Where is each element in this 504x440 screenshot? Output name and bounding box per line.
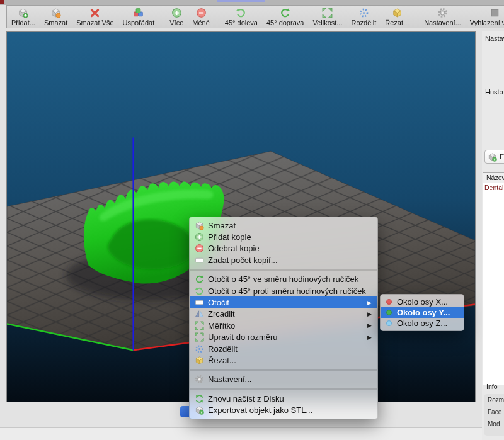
object-list-row[interactable]: Dental_ — [483, 183, 504, 192]
menu-item-label: Měřítko — [208, 321, 235, 330]
rotate-ccw-icon — [195, 286, 204, 296]
menu-item-add-copy[interactable]: Přidat kopie — [190, 231, 377, 242]
density-label: Husto — [485, 88, 503, 96]
window-close-fragment[interactable] — [0, 0, 4, 4]
toolbar-button-fewer[interactable]: Méně — [188, 6, 214, 28]
toolbar: Přidat... Smazat Smazat Vše Uspořádat Ví… — [6, 5, 504, 28]
menu-item-rotate-45-cw[interactable]: Otočit o 45° ve směru hodinových ručiček — [190, 274, 377, 285]
menu-separator — [190, 388, 377, 390]
menu-item-reload-from-disk[interactable]: Znovu načíst z Disku — [190, 393, 377, 404]
cut-icon — [195, 356, 204, 365]
toolbar-label: Rozdělit — [351, 19, 376, 26]
toolbar-button-more[interactable]: Více — [165, 6, 188, 28]
menu-separator — [190, 369, 377, 371]
cut-icon — [392, 8, 403, 18]
toolbar-button-scale[interactable]: Velikost... — [308, 6, 346, 28]
menu-item-label: Znovu načíst z Disku — [208, 394, 284, 403]
panel-export-button[interactable]: E — [484, 150, 504, 164]
toolbar-button-layer-smoothing[interactable]: Vyhlazení vrstev — [466, 6, 504, 28]
menu-item-label: Přidat kopie — [208, 232, 251, 242]
object-list-table[interactable]: Název Dental_ — [483, 172, 504, 385]
menu-item-label: Otočit o 45° proti směru hodinových ruči… — [208, 286, 366, 296]
export-box-icon — [488, 152, 497, 162]
menu-item-settings[interactable]: Nastavení... — [190, 374, 377, 385]
toolbar-button-cut[interactable]: Řezat... — [381, 6, 413, 28]
menu-item-label: Nastavení... — [208, 375, 251, 384]
rotate-left-icon — [236, 8, 246, 18]
scale-icon — [195, 321, 204, 330]
toolbar-label: Smazat Vše — [76, 19, 113, 26]
toolbar-label: Uspořádat — [123, 19, 155, 26]
arrange-icon — [133, 8, 144, 18]
add-object-icon — [18, 8, 28, 18]
toolbar-label: Řezat... — [385, 19, 409, 26]
submenu-item-around-y[interactable]: Okolo osy Y... — [381, 307, 464, 318]
menu-item-scale[interactable]: Měřítko ▶ — [190, 320, 377, 331]
delete-all-icon — [89, 8, 100, 18]
menu-item-label: Upravit do rozměru — [208, 332, 278, 342]
status-bar — [0, 427, 504, 440]
copies-count-icon — [195, 256, 204, 265]
toolbar-label: Více — [169, 19, 183, 26]
info-section-label: Info — [486, 383, 498, 390]
reload-icon — [195, 394, 204, 403]
toolbar-button-arrange[interactable]: Uspořádat — [118, 6, 159, 28]
toolbar-button-add[interactable]: Přidat... — [7, 6, 40, 28]
menu-item-label: Řezat... — [208, 356, 236, 365]
fewer-copies-icon — [196, 8, 207, 18]
remove-copy-icon — [195, 244, 204, 253]
rotate-cw-icon — [195, 274, 204, 284]
submenu-arrow-icon: ▶ — [367, 311, 372, 317]
info-row-facets: Face — [484, 406, 504, 418]
delete-object-icon — [50, 8, 61, 18]
menu-separator — [190, 269, 377, 271]
axis-y-dot-icon — [386, 310, 392, 315]
menu-item-label: Zrcadlit — [208, 309, 235, 319]
menu-item-label: Odebrat kopie — [208, 244, 260, 253]
rotate-icon — [195, 298, 204, 307]
toolbar-label: Přidat... — [11, 19, 35, 26]
toolbar-button-delete-all[interactable]: Smazat Vše — [72, 6, 118, 28]
menu-item-rotate-45-ccw[interactable]: Otočit o 45° proti směru hodinových ruči… — [190, 285, 377, 296]
toolbar-label: Nastavení... — [424, 19, 461, 26]
menu-item-split[interactable]: Rozdělit — [190, 343, 377, 354]
toolbar-button-settings[interactable]: Nastavení... — [420, 6, 466, 28]
menu-item-export-stl[interactable]: Exportovat objekt jako STL... — [190, 404, 377, 415]
delete-object-icon — [195, 221, 204, 230]
menu-item-remove-copy[interactable]: Odebrat kopie — [190, 243, 377, 254]
settings-gear-icon — [437, 8, 448, 18]
menu-item-delete[interactable]: Smazat — [190, 220, 377, 231]
menu-item-label: Smazat — [208, 221, 236, 230]
window-chrome-strip — [0, 0, 504, 5]
scale-icon — [322, 8, 333, 18]
more-copies-icon — [171, 8, 182, 18]
menu-item-label: Otočit — [208, 298, 229, 307]
toolbar-button-delete[interactable]: Smazat — [40, 6, 72, 28]
submenu-item-label: Okolo osy X... — [397, 297, 448, 307]
panel-export-button-label: E — [500, 153, 504, 161]
menu-item-rotate[interactable]: Otočit ▶ — [190, 296, 377, 308]
axis-x-dot-icon — [386, 299, 392, 305]
right-settings-panel: Nastav Husto E Název Dental_ Info Rozm F… — [482, 31, 504, 440]
info-row-model: Mod — [484, 418, 504, 430]
submenu-arrow-icon: ▶ — [367, 334, 372, 341]
export-stl-icon — [195, 405, 204, 415]
submenu-item-around-x[interactable]: Okolo osy X... — [381, 296, 464, 307]
rotate-right-icon — [280, 8, 290, 18]
titlebar-accent-strip — [217, 0, 265, 2]
submenu-item-label: Okolo osy Y... — [397, 308, 450, 317]
menu-item-label: Zadat počet kopií... — [208, 256, 278, 265]
rotate-submenu: Okolo osy X... Okolo osy Y... Okolo osy … — [380, 294, 464, 331]
print-settings-label: Nastav — [485, 35, 504, 42]
menu-item-set-copies[interactable]: Zadat počet kopií... — [190, 254, 377, 266]
menu-item-fit-size[interactable]: Upravit do rozměru ▶ — [190, 332, 377, 343]
toolbar-button-split[interactable]: Rozdělit — [346, 6, 381, 28]
submenu-item-around-z[interactable]: Okolo osy Z... — [381, 318, 464, 329]
info-row-dimensions: Rozm — [484, 394, 504, 406]
submenu-arrow-icon: ▶ — [367, 300, 372, 306]
menu-item-mirror[interactable]: Zrcadlit ▶ — [190, 308, 377, 320]
toolbar-label: Smazat — [44, 19, 67, 26]
toolbar-button-rotate-right[interactable]: 45° doprava — [262, 6, 308, 28]
menu-item-cut[interactable]: Řezat... — [190, 354, 377, 366]
toolbar-button-rotate-left[interactable]: 45° doleva — [220, 6, 262, 28]
